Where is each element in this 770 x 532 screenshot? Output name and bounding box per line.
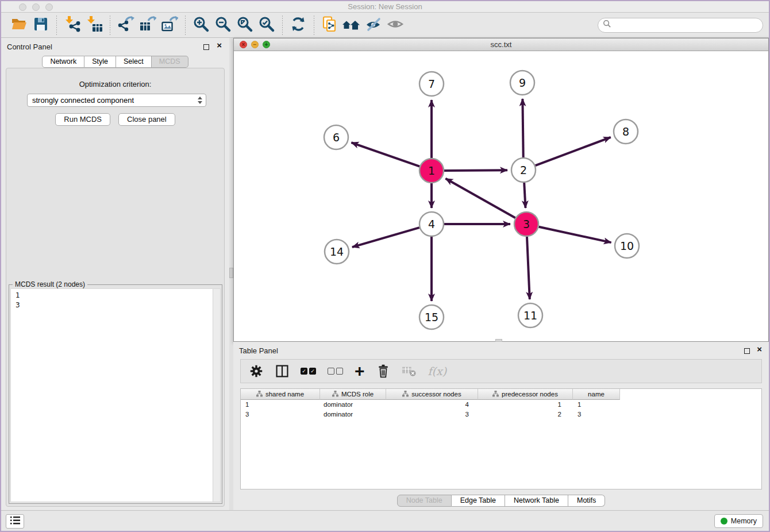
show-column-button[interactable]: [275, 364, 289, 378]
graph-node-label: 10: [620, 240, 634, 252]
search-input[interactable]: [614, 20, 763, 31]
table-mode-gear-button[interactable]: [249, 364, 264, 379]
import-table-button[interactable]: [83, 15, 105, 36]
zoom-out-button[interactable]: [212, 15, 234, 36]
graph-node-3[interactable]: 3: [514, 212, 538, 236]
control-panel-tabs: NetworkStyleSelectMCDS: [1, 56, 229, 68]
graph-edge-4-14[interactable]: [352, 228, 419, 247]
panel-splitter[interactable]: [229, 38, 233, 510]
function-builder-button[interactable]: f(x): [428, 365, 447, 377]
unchecked-checkbox-icon: [328, 368, 334, 375]
task-history-button[interactable]: [6, 514, 24, 529]
open-session-button[interactable]: [8, 15, 30, 36]
splitter-grip[interactable]: [229, 268, 233, 278]
node-table[interactable]: shared name MCDS role successor nodes pr…: [240, 388, 762, 489]
table-toolbar: ✓ ✓ + f(x): [240, 359, 762, 383]
result-scrollbar[interactable]: [213, 289, 220, 502]
delete-column-button[interactable]: [376, 364, 390, 379]
graph-edge-2-8[interactable]: [536, 137, 611, 165]
main-toolbar: [1, 13, 769, 38]
table-panel: Table Panel × ✓ ✓ +: [233, 342, 769, 510]
table-row[interactable]: 1dominator411: [241, 400, 761, 410]
table-tab-network-table[interactable]: Network Table: [505, 495, 568, 507]
graph-edge-3-10[interactable]: [539, 227, 611, 242]
save-session-button[interactable]: [30, 15, 52, 36]
network-window-titlebar: × − + scc.txt: [234, 38, 768, 51]
tab-style[interactable]: Style: [84, 56, 116, 68]
close-panel-button[interactable]: Close panel: [118, 113, 175, 126]
column-header-name[interactable]: name: [573, 389, 620, 400]
graph-node-label: 2: [520, 164, 527, 176]
tab-network[interactable]: Network: [42, 56, 84, 68]
table-row[interactable]: 3dominator323: [241, 410, 761, 419]
graph-node-6[interactable]: 6: [324, 125, 348, 149]
graph-node-4[interactable]: 4: [419, 212, 444, 236]
export-network-button[interactable]: [115, 15, 137, 36]
export-image-icon: [161, 16, 178, 35]
table-cell: 1: [573, 400, 620, 410]
close-panel-icon[interactable]: ×: [217, 40, 222, 50]
table-tab-node-table[interactable]: Node Table: [397, 495, 452, 507]
column-header-successor-nodes[interactable]: successor nodes: [386, 389, 478, 400]
graph-edge-2-3[interactable]: [524, 183, 525, 208]
refresh-view-button[interactable]: [287, 15, 309, 36]
zoom-fit-button[interactable]: [234, 15, 256, 36]
open-folder-icon: [10, 16, 28, 35]
network-canvas[interactable]: 7 9 6 8 1 2 4 3 14 10 15 11: [234, 51, 768, 341]
float-table-panel-icon[interactable]: [744, 348, 750, 354]
export-table-button[interactable]: [137, 15, 159, 36]
column-header-predecessor-nodes[interactable]: predecessor nodes: [478, 389, 573, 400]
graph-node-label: 6: [333, 131, 340, 144]
graph-edge-3-11[interactable]: [527, 237, 530, 299]
graph-node-label: 3: [523, 218, 530, 230]
table-cell: dominator: [320, 410, 386, 419]
graph-node-9[interactable]: 9: [510, 71, 534, 95]
tab-mcds[interactable]: MCDS: [152, 56, 188, 68]
import-network-button[interactable]: [61, 15, 83, 36]
table-tab-edge-table[interactable]: Edge Table: [452, 495, 505, 507]
tab-select[interactable]: Select: [116, 56, 152, 68]
home-layout-button[interactable]: [341, 15, 363, 36]
graph-edge-1-2[interactable]: [444, 170, 507, 171]
graph-node-7[interactable]: 7: [419, 72, 444, 96]
export-image-button[interactable]: [159, 15, 180, 36]
export-network-icon: [117, 16, 134, 35]
run-mcds-button[interactable]: Run MCDS: [55, 113, 110, 126]
graph-edge-1-6[interactable]: [351, 142, 419, 167]
select-all-columns-button[interactable]: ✓ ✓: [301, 368, 316, 375]
graph-node-1[interactable]: 1: [419, 159, 444, 183]
clone-network-button[interactable]: [319, 15, 341, 36]
float-panel-icon[interactable]: [203, 44, 209, 50]
graph-node-14[interactable]: 14: [325, 240, 349, 264]
zoom-in-button[interactable]: [190, 15, 212, 36]
graph-edge-3-1[interactable]: [445, 179, 515, 218]
import-table-icon: [86, 16, 103, 35]
graph-node-10[interactable]: 10: [615, 234, 639, 258]
graph-node-label: 4: [428, 218, 435, 230]
column-header-MCDS-role[interactable]: MCDS role: [320, 389, 386, 400]
graph-node-2[interactable]: 2: [511, 158, 536, 182]
search-field[interactable]: [598, 18, 763, 33]
deselect-all-columns-button[interactable]: [328, 368, 343, 375]
toolbar-separator: [314, 16, 314, 35]
table-panel-title: Table Panel: [239, 346, 278, 355]
memory-button[interactable]: Memory: [714, 514, 763, 528]
column-header-shared-name[interactable]: shared name: [241, 389, 320, 400]
table-cell: 2: [478, 410, 573, 419]
zoom-selected-button[interactable]: [256, 15, 278, 36]
optimization-criterion-select[interactable]: strongly connected component: [27, 94, 206, 107]
table-tab-motifs[interactable]: Motifs: [568, 495, 605, 507]
tree-hierarchy-icon: [256, 391, 263, 398]
graph-node-15[interactable]: 15: [419, 305, 444, 329]
delete-table-button[interactable]: [402, 365, 417, 377]
hide-details-button[interactable]: [363, 15, 384, 36]
graph-node-11[interactable]: 11: [518, 303, 542, 327]
import-network-icon: [64, 16, 81, 35]
show-details-button[interactable]: [384, 15, 406, 36]
add-column-button[interactable]: +: [355, 364, 365, 379]
mcds-panel: Optimization criterion: strongly connect…: [6, 68, 225, 507]
graph-edge-2-9[interactable]: [522, 99, 523, 157]
mcds-result-textarea[interactable]: 1 3: [10, 288, 221, 502]
close-table-panel-icon[interactable]: ×: [757, 344, 762, 354]
graph-node-8[interactable]: 8: [614, 119, 638, 144]
